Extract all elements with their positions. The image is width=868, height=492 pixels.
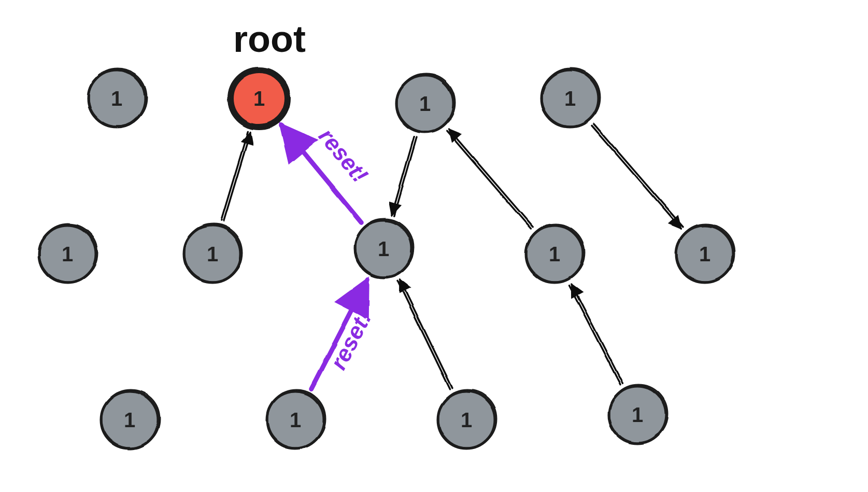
graph-node: 1 bbox=[676, 224, 735, 283]
graph-node: 1 bbox=[542, 68, 600, 127]
node-value-label: 1 bbox=[632, 403, 643, 426]
graph-node: 1 bbox=[88, 68, 147, 127]
edge-n_ml2-root bbox=[224, 132, 250, 221]
node-value-label: 1 bbox=[378, 237, 389, 260]
root-title-label: root bbox=[233, 18, 306, 60]
node-value-label: 1 bbox=[62, 243, 73, 265]
nodes-layer: 1111111111111 bbox=[39, 68, 735, 448]
graph-node: 1 bbox=[355, 219, 414, 277]
graph-node: 1 bbox=[609, 385, 667, 443]
graph-node: 1 bbox=[396, 74, 455, 132]
edge-n_ml2-root bbox=[221, 131, 248, 220]
node-value-label: 1 bbox=[290, 409, 301, 431]
edge-n_mr-n_tr1 bbox=[449, 129, 533, 227]
edge-n_mr-n_tr1 bbox=[447, 131, 531, 229]
edge-n_brr-n_mr bbox=[572, 284, 623, 383]
node-value-label: 1 bbox=[549, 243, 560, 265]
graph-node: 1 bbox=[267, 390, 325, 448]
node-value-label: 1 bbox=[461, 409, 472, 431]
edge-n_tr2-n_rr bbox=[594, 124, 683, 227]
node-value-label: 1 bbox=[699, 243, 710, 265]
edge-n_br-n_c bbox=[400, 279, 452, 388]
node-value-label: 1 bbox=[124, 409, 135, 431]
root-node: 1 bbox=[231, 68, 289, 127]
edge-n_tr2-n_rr bbox=[592, 125, 681, 229]
edge-n_br-n_c bbox=[397, 280, 450, 389]
node-value-label: 1 bbox=[207, 243, 218, 265]
node-value-label: 1 bbox=[419, 92, 431, 115]
edge-n_tr1-n_c bbox=[394, 137, 417, 216]
edge-n_tr1-n_c bbox=[392, 137, 414, 215]
graph-node: 1 bbox=[101, 390, 160, 448]
node-value-label: 1 bbox=[111, 87, 122, 110]
graph-node: 1 bbox=[39, 224, 97, 283]
graph-node: 1 bbox=[184, 224, 243, 283]
edge-label-reset: reset! bbox=[325, 307, 377, 374]
diagram-canvas: reset!reset! 1111111111111 root bbox=[0, 0, 868, 492]
node-value-label: 1 bbox=[564, 87, 576, 110]
edge-n_brr-n_mr bbox=[570, 286, 621, 385]
node-value-label: 1 bbox=[253, 87, 265, 110]
graph-node: 1 bbox=[526, 224, 585, 283]
graph-node: 1 bbox=[438, 390, 496, 448]
